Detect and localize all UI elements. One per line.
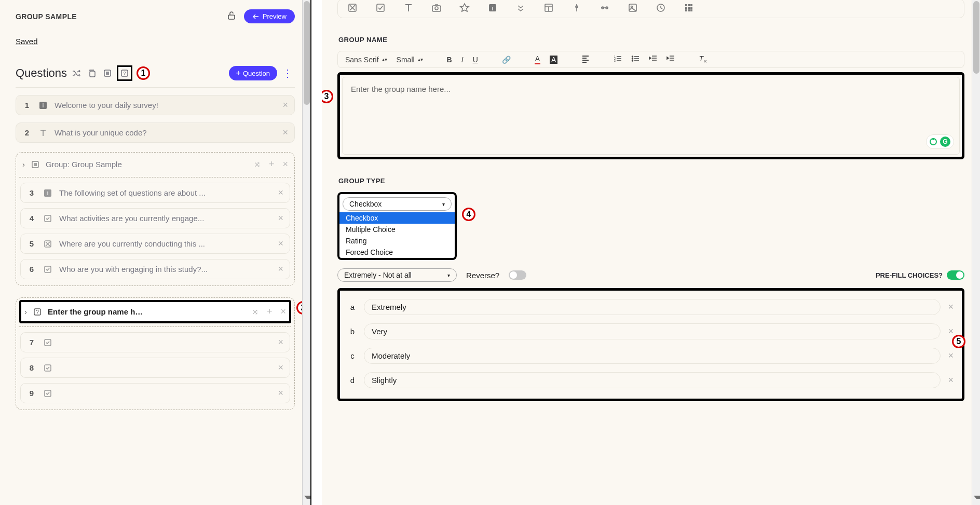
svg-rect-0 bbox=[228, 15, 235, 19]
chevron-right-icon[interactable]: › bbox=[24, 307, 27, 316]
chevron-right-icon[interactable]: › bbox=[22, 160, 25, 169]
clear-format-icon[interactable]: T× bbox=[699, 54, 706, 64]
choice-input[interactable]: Slightly bbox=[364, 372, 941, 388]
group-type-select[interactable]: Checkbox▾ bbox=[343, 197, 452, 211]
grammarly-widget[interactable]: G bbox=[926, 134, 954, 149]
question-row[interactable]: 2 What is your unique code? × bbox=[16, 122, 295, 143]
plus-icon[interactable]: + bbox=[264, 306, 276, 317]
svg-rect-1 bbox=[90, 71, 95, 77]
list-ol-icon[interactable]: 123 bbox=[614, 54, 622, 64]
font-select[interactable]: Sans Serif▴▾ bbox=[345, 56, 387, 64]
underline-icon[interactable]: U bbox=[473, 56, 478, 64]
question-row[interactable]: 9 × bbox=[20, 383, 290, 403]
question-group: › Group: Group Sample ⤨ + × 3 i The foll… bbox=[16, 152, 295, 286]
choice-row: c Moderately × bbox=[348, 348, 954, 364]
question-row[interactable]: 7 × bbox=[20, 332, 290, 352]
info-icon: i bbox=[43, 188, 53, 198]
more-menu-icon[interactable]: ⋮ bbox=[280, 67, 295, 79]
question-number: 8 bbox=[27, 363, 36, 372]
close-icon[interactable]: × bbox=[948, 326, 954, 337]
grid-icon[interactable] bbox=[684, 3, 694, 15]
highlight-icon[interactable]: A bbox=[550, 56, 557, 64]
collapse-icon[interactable] bbox=[515, 3, 526, 15]
question-row[interactable]: 1 i Welcome to your daily survey! × bbox=[16, 95, 295, 115]
group-type-option[interactable]: Forced Choice bbox=[339, 247, 455, 258]
close-icon[interactable]: × bbox=[278, 187, 283, 198]
close-icon[interactable]: × bbox=[948, 350, 954, 361]
question-row[interactable]: 3 i The following set of questions are a… bbox=[20, 183, 290, 203]
link-icon[interactable]: 🔗 bbox=[502, 56, 511, 64]
group-type-option[interactable]: Multiple Choice bbox=[339, 224, 455, 235]
checkbox-icon[interactable] bbox=[375, 3, 386, 15]
camera-icon[interactable] bbox=[431, 3, 442, 15]
group-header[interactable]: › Group: Group Sample ⤨ + × bbox=[19, 155, 291, 174]
close-icon[interactable]: × bbox=[948, 302, 954, 312]
size-select[interactable]: Small▴▾ bbox=[397, 56, 423, 64]
question-number: 7 bbox=[27, 338, 36, 347]
close-icon[interactable]: × bbox=[278, 337, 283, 348]
close-icon[interactable]: × bbox=[278, 264, 283, 275]
choice-input[interactable]: Moderately bbox=[364, 348, 941, 364]
copy-icon[interactable] bbox=[86, 67, 98, 79]
preview-label: Preview bbox=[263, 12, 287, 20]
question-row[interactable]: 5 Where are you currently conducting thi… bbox=[20, 234, 290, 254]
close-icon[interactable]: × bbox=[278, 362, 283, 373]
group-name-editor[interactable]: Enter the group name here... G bbox=[342, 77, 960, 155]
close-icon[interactable]: × bbox=[282, 159, 288, 170]
project-title: GROUP SAMPLE bbox=[16, 12, 77, 21]
close-icon[interactable]: × bbox=[278, 238, 283, 249]
grammarly-status-icon bbox=[930, 138, 937, 145]
close-icon[interactable]: × bbox=[948, 375, 954, 386]
layout-icon[interactable] bbox=[543, 3, 554, 15]
close-icon[interactable]: × bbox=[278, 213, 283, 224]
scrollbar[interactable] bbox=[972, 0, 980, 505]
choice-input[interactable]: Extremely bbox=[364, 299, 941, 315]
choice-input[interactable]: Very bbox=[364, 323, 941, 339]
question-row[interactable]: 4 What activities are you currently enga… bbox=[20, 208, 290, 228]
group-header[interactable]: › ? Enter the group name here... ⤨ + × bbox=[19, 300, 291, 323]
group-type-option[interactable]: Rating bbox=[339, 235, 455, 247]
prefill-toggle[interactable] bbox=[947, 270, 964, 280]
lock-icon[interactable] bbox=[226, 10, 237, 22]
list-ul-icon[interactable] bbox=[631, 54, 639, 64]
close-icon[interactable]: × bbox=[278, 388, 283, 399]
image-icon[interactable] bbox=[628, 3, 638, 15]
question-type-toolbar: i bbox=[337, 0, 964, 18]
prefill-scale-select[interactable]: Extremely - Not at all▾ bbox=[337, 268, 457, 282]
slider-vertical-icon[interactable] bbox=[571, 3, 582, 15]
preview-button[interactable]: Preview bbox=[244, 9, 295, 23]
multi-icon[interactable] bbox=[347, 3, 358, 15]
saved-status[interactable]: Saved bbox=[16, 37, 295, 46]
italic-icon[interactable]: I bbox=[461, 56, 464, 64]
clock-icon[interactable] bbox=[656, 3, 666, 15]
scrollbar[interactable] bbox=[302, 0, 310, 505]
align-icon[interactable] bbox=[581, 54, 590, 64]
close-icon[interactable]: × bbox=[282, 100, 288, 111]
group-type-option[interactable]: Checkbox bbox=[339, 212, 455, 224]
info-icon[interactable]: i bbox=[487, 3, 498, 15]
section-label-group-type: GROUP TYPE bbox=[338, 177, 964, 185]
outdent-icon[interactable] bbox=[649, 54, 657, 64]
indent-icon[interactable] bbox=[666, 54, 675, 64]
list-icon[interactable] bbox=[101, 67, 114, 79]
plus-icon[interactable]: + bbox=[266, 159, 278, 170]
reverse-toggle[interactable] bbox=[509, 270, 526, 280]
svg-rect-19 bbox=[377, 4, 384, 11]
info-icon: i bbox=[38, 100, 48, 111]
shuffle-icon[interactable]: ⤨ bbox=[254, 160, 261, 169]
question-row[interactable]: 8 × bbox=[20, 358, 290, 378]
add-question-button[interactable]: + Question bbox=[229, 66, 277, 80]
shuffle-icon[interactable] bbox=[70, 67, 83, 79]
bold-icon[interactable]: B bbox=[447, 56, 452, 64]
add-group-icon[interactable]: ? bbox=[117, 65, 132, 81]
group-unknown-icon: ? bbox=[32, 307, 43, 317]
font-color-icon[interactable]: A bbox=[535, 54, 540, 64]
question-row[interactable]: 6 Who are you with engaging in this stud… bbox=[20, 259, 290, 279]
close-icon[interactable]: × bbox=[282, 127, 288, 138]
close-icon[interactable]: × bbox=[280, 306, 286, 317]
shuffle-icon[interactable]: ⤨ bbox=[252, 307, 258, 317]
text-icon[interactable] bbox=[403, 3, 414, 15]
star-icon[interactable] bbox=[459, 3, 470, 15]
svg-point-44 bbox=[632, 58, 633, 59]
slider-horizontal-icon[interactable] bbox=[600, 3, 610, 15]
